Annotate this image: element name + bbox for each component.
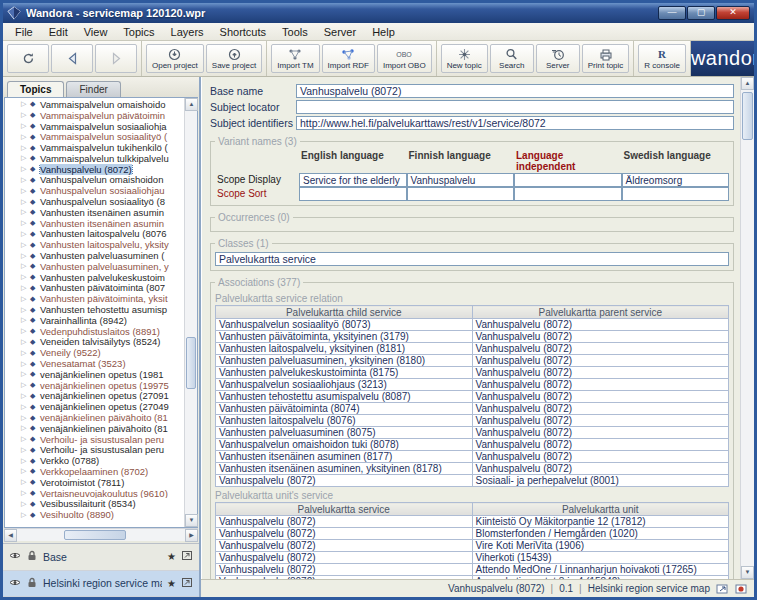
status-stop-icon[interactable] [735,583,748,595]
expand-arrow-icon[interactable]: ▷ [21,176,30,184]
variant-value-field[interactable]: Äldreomsorg [622,173,730,187]
expand-arrow-icon[interactable]: ▷ [21,219,30,227]
association-cell[interactable]: Vanhuspalvelu (8072) [472,403,729,415]
subject-locator-field[interactable] [296,100,734,114]
content-vscroll-thumb[interactable] [742,92,753,140]
association-cell[interactable]: Vanhuspalvelun omaishoidon tuki (8078) [216,439,473,451]
association-row[interactable]: Vanhusten itsenäinen asuminen (8177)Vanh… [216,451,729,463]
expand-arrow-icon[interactable]: ▷ [21,262,30,270]
expand-arrow-icon[interactable]: ▷ [21,489,30,497]
expand-arrow-icon[interactable]: ▷ [21,392,30,400]
expand-arrow-icon[interactable]: ▷ [21,446,30,454]
close-button[interactable]: ✕ [716,6,750,20]
association-row[interactable]: Vanhusten palveluasuminen, yksityinen (8… [216,355,729,367]
expand-arrow-icon[interactable]: ▷ [21,241,30,249]
association-cell[interactable]: Vanhusten päivätoiminta (8074) [216,403,473,415]
association-cell[interactable]: Vanhuspalvelu (8072) [472,427,729,439]
tree-item[interactable]: ▷◆Vammaispalvelun päivätoimin [7,110,184,121]
tree-item[interactable]: ▷◆Vanhuspalvelun omaishoidon [7,175,184,186]
expand-arrow-icon[interactable]: ▷ [21,327,30,335]
association-cell[interactable]: Vanhusten laitospalvelu (8076) [216,415,473,427]
tree-item[interactable]: ▷◆Verotoimistot (7811) [7,477,184,488]
association-cell[interactable]: Vanhuspalvelu (8072) [216,528,473,540]
expand-arrow-icon[interactable]: ▷ [21,122,30,130]
tree-item[interactable]: ▷◆Vanhusten itsenäinen asumin [7,207,184,218]
association-cell[interactable]: Viherkoti (15439) [472,552,729,564]
lock-icon[interactable] [26,577,38,590]
tree-item[interactable]: ▷◆Vanhuspalvelun sosiaalityö (8 [7,196,184,207]
expand-arrow-icon[interactable]: ▷ [21,144,30,152]
content-vertical-scrollbar[interactable]: ▲ ▼ [740,77,754,579]
menu-topics[interactable]: Topics [115,25,162,39]
association-row[interactable]: Vanhusten päivätoiminta (8074)Vanhuspalv… [216,403,729,415]
content-scroll-down-icon[interactable]: ▼ [741,566,754,579]
expand-arrow-icon[interactable]: ▷ [21,349,30,357]
menu-file[interactable]: File [7,25,41,39]
search-button[interactable]: Search [490,44,534,73]
expand-arrow-icon[interactable]: ▷ [21,133,30,141]
menu-layers[interactable]: Layers [163,25,212,39]
association-cell[interactable]: Vanhuspalvelu (8072) [472,367,729,379]
tree-item[interactable]: ▷◆Vedenpuhdistuslaitos (8891) [7,326,184,337]
expand-arrow-icon[interactable]: ▷ [21,230,30,238]
association-cell[interactable]: Vanhuspalvelu (8072) [472,331,729,343]
tree-item[interactable]: ▷◆venäjänkielinen opetus (19975 [7,380,184,391]
menu-help[interactable]: Help [364,25,403,39]
association-cell[interactable]: Vanhuspalvelu (8072) [472,343,729,355]
tree-item[interactable]: ▷◆Vanhusten päivätoiminta, yksit [7,293,184,304]
tree-item[interactable]: ▷◆Vammaispalvelun tulkkipalvelu [7,153,184,164]
layer-base[interactable]: Base★ [3,544,199,571]
association-row[interactable]: Vanhuspalvelu (8072)Viherkoti (15439) [216,552,729,564]
tree-item[interactable]: ▷◆Verhoilu- ja sisustusalan peru [7,434,184,445]
expand-arrow-icon[interactable]: ▷ [21,478,30,486]
expand-arrow-icon[interactable]: ▷ [21,208,30,216]
association-cell[interactable]: Vanhusten itsenäinen asuminen, yksityine… [216,463,473,475]
association-cell[interactable]: Vanhuspalvelu (8072) [472,451,729,463]
tree-item[interactable]: ▷◆Vammaispalvelun tukihenkilö ( [7,142,184,153]
tree-item[interactable]: ▷◆Vammaispalvelun omaishoido [7,99,184,110]
menu-shortcuts[interactable]: Shortcuts [212,25,274,39]
expand-arrow-icon[interactable]: ▷ [21,467,30,475]
menu-view[interactable]: View [76,25,116,39]
star-icon[interactable]: ★ [167,578,176,589]
tree-item[interactable]: ▷◆Vanhuspalvelu (8072) [7,164,184,175]
star-icon[interactable]: ★ [167,551,176,562]
association-row[interactable]: Vanhuspalvelu (8072)Attendo MedOne / Lin… [216,564,729,576]
association-cell[interactable]: Vanhusten tehostettu asumispalvelu (8087… [216,391,473,403]
association-cell[interactable]: Vire Koti MeriVita (1906) [472,540,729,552]
tree-item[interactable]: ▷◆Vertaisneuvojakoulutus (9610) [7,488,184,499]
new-topic-button[interactable]: New topic [441,44,488,73]
tree-vertical-scrollbar[interactable]: ▲ ▼ [184,98,197,527]
tree-item[interactable]: ▷◆venäjänkielinen opetus (27049 [7,401,184,412]
association-cell[interactable]: Vanhuspalvelu (8072) [472,391,729,403]
association-cell[interactable]: Vanhusten palveluasuminen, yksityinen (8… [216,355,473,367]
association-cell[interactable]: Vanhuspalvelu (8072) [472,379,729,391]
server-button[interactable]: Server [536,44,580,73]
association-cell[interactable]: Vanhuspalvelu (8072) [472,439,729,451]
association-cell[interactable]: Vanhuspalvelu (8072) [216,475,473,487]
tree-item[interactable]: ▷◆Varainhallinta (8942) [7,315,184,326]
association-cell[interactable]: Vanhuspalvelu (8072) [472,415,729,427]
expand-arrow-icon[interactable]: ▷ [21,154,30,162]
tree-item[interactable]: ▷◆Verhoilu- ja sisustusalan peru [7,445,184,456]
association-cell[interactable]: Attendo MedOne / Linnanharjun hoivakoti … [472,564,729,576]
eye-icon[interactable] [9,550,21,563]
expand-arrow-icon[interactable]: ▷ [21,403,30,411]
association-row[interactable]: Vanhusten päivätoiminta, yksityinen (317… [216,331,729,343]
import-obo-button[interactable]: OBOImport OBO [377,44,432,73]
tree-item[interactable]: ▷◆Veneiden talvisäilytys (8524) [7,337,184,348]
association-cell[interactable]: Vanhuspalvelu (8072) [216,552,473,564]
association-cell[interactable]: Vanhusten laitospalvelu, yksityinen (818… [216,343,473,355]
subject-identifiers-field[interactable]: http://www.hel.fi/palvelukarttaws/rest/v… [296,116,734,130]
tree-item[interactable]: ▷◆Vanhuspalvelun sosiaaliohjau [7,185,184,196]
association-row[interactable]: Vanhusten palvelukeskustoiminta (8175)Va… [216,367,729,379]
content-scroll-up-icon[interactable]: ▲ [741,77,754,90]
layer-release-icon[interactable] [181,550,193,563]
expand-arrow-icon[interactable]: ▷ [21,165,30,173]
tree-item[interactable]: ▷◆Vanhusten palveluasuminen, y [7,261,184,272]
association-cell[interactable]: Vanhuspalvelun sosiaalityö (8073) [216,319,473,331]
expand-arrow-icon[interactable]: ▷ [21,100,30,108]
forward-button[interactable] [95,44,137,73]
r-console-button[interactable]: RR console [638,44,686,73]
expand-arrow-icon[interactable]: ▷ [21,424,30,432]
